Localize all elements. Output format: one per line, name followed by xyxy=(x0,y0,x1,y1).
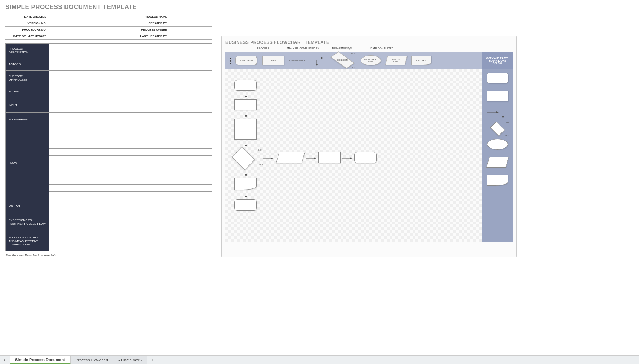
field-value[interactable] xyxy=(49,27,88,33)
section-label: EXCEPTIONS TO ROUTINE PROCESS FLOW xyxy=(6,213,49,231)
flow-step[interactable] xyxy=(49,149,212,156)
flowchart-title: BUSINESS PROCESS FLOWCHART TEMPLATE xyxy=(225,40,513,45)
field-value[interactable] xyxy=(169,33,212,40)
field-value[interactable] xyxy=(49,33,88,40)
arrow-down-icon xyxy=(244,169,247,177)
tab-simple-process[interactable]: Simple Process Document xyxy=(10,356,71,364)
tab-process-flowchart[interactable]: Process Flowchart xyxy=(71,356,113,364)
blank-document-icon[interactable] xyxy=(487,175,508,186)
svg-marker-5 xyxy=(245,96,247,98)
flow-step[interactable] xyxy=(49,141,212,149)
blank-connectors-icon[interactable] xyxy=(487,109,508,119)
section-value[interactable] xyxy=(49,98,212,113)
yes-label: YES xyxy=(504,135,509,137)
column-header: DEPARTMENT(S) xyxy=(323,47,362,50)
flowchart-column-headers: PROCESS ANALYSIS COMPLETED BY DEPARTMENT… xyxy=(225,47,513,50)
canvas-step-shape[interactable] xyxy=(234,99,257,110)
flow-step[interactable] xyxy=(49,134,212,141)
section-label: SCOPE xyxy=(6,85,49,98)
section-label: ACTORS xyxy=(6,58,49,71)
canvas-start-shape[interactable] xyxy=(234,80,257,91)
flow-step[interactable] xyxy=(49,177,212,185)
step-shape: STEP xyxy=(262,56,284,65)
section-value[interactable] xyxy=(49,213,212,231)
arrow-right-icon xyxy=(342,157,352,160)
canvas-step-shape[interactable] xyxy=(318,152,341,163)
blank-start-end-icon[interactable] xyxy=(487,73,508,83)
svg-marker-3 xyxy=(316,64,318,66)
field-value[interactable] xyxy=(169,14,212,20)
canvas-document-shape[interactable] xyxy=(234,178,257,190)
canvas-square-shape[interactable] xyxy=(234,119,257,140)
document-shape: DOCUMENT xyxy=(411,56,431,65)
field-label: LAST UPDATED BY xyxy=(88,33,169,40)
section-label: OUTPUT xyxy=(6,199,49,213)
canvas-end-shape[interactable] xyxy=(234,199,257,211)
section-label: PROCESS DESCRIPTION xyxy=(6,44,49,58)
canvas-decision-shape[interactable] xyxy=(231,146,255,170)
section-value[interactable] xyxy=(49,199,212,213)
field-value[interactable] xyxy=(49,14,88,20)
blank-decision-icon[interactable] xyxy=(490,122,505,136)
sheet-tab-bar: ▸ Simple Process Document Process Flowch… xyxy=(0,355,639,364)
svg-marker-23 xyxy=(502,116,504,118)
field-value[interactable] xyxy=(49,20,88,27)
field-value[interactable] xyxy=(169,27,212,33)
field-label: CREATED BY xyxy=(88,20,169,27)
section-label: POINTS OF CONTROL AND MEASUREMENT CONVEN… xyxy=(6,231,49,251)
canvas-end-shape[interactable] xyxy=(354,152,377,163)
section-value[interactable] xyxy=(49,71,212,85)
tab-disclaimer[interactable]: - Disclaimer - xyxy=(113,356,147,364)
blank-icons-palette: NO YES xyxy=(482,69,513,242)
blank-ellipse-icon[interactable] xyxy=(487,139,508,150)
arrow-down-icon xyxy=(244,111,247,118)
column-header: PROCESS xyxy=(243,47,283,50)
field-label: DATE CREATED xyxy=(5,14,49,20)
document-title: SIMPLE PROCESS DOCUMENT TEMPLATE xyxy=(5,4,212,11)
section-value[interactable] xyxy=(49,58,212,71)
svg-marker-7 xyxy=(245,115,247,118)
column-header: ANALYSIS COMPLETED BY xyxy=(283,47,323,50)
field-label: VERSION NO. xyxy=(5,20,49,27)
field-label: PROCESS OWNER xyxy=(88,27,169,33)
flowchart-canvas[interactable]: NO YES xyxy=(225,69,482,242)
field-label: PROCEDURE NO. xyxy=(5,27,49,33)
yes-label: YES xyxy=(350,66,355,68)
blank-io-icon[interactable] xyxy=(486,157,508,168)
flow-step[interactable] xyxy=(49,163,212,170)
field-value[interactable] xyxy=(169,20,212,27)
flow-step[interactable] xyxy=(49,192,212,199)
copy-paste-label: COPY AND PASTE BLANK ICONS BELOW xyxy=(486,57,508,64)
legend-key-row: KEY START / END STEP CONNECTORS DECISION… xyxy=(225,52,513,69)
header-fields-table: DATE CREATED PROCESS NAME VERSION NO. CR… xyxy=(5,14,212,40)
arrow-down-icon xyxy=(244,140,247,147)
section-value[interactable] xyxy=(49,231,212,251)
no-label: NO xyxy=(258,149,262,151)
section-value[interactable] xyxy=(49,44,212,58)
arrow-down-icon xyxy=(244,91,247,99)
svg-marker-11 xyxy=(245,174,247,177)
svg-marker-13 xyxy=(271,157,273,159)
arrow-down-icon xyxy=(244,191,247,199)
section-value[interactable] xyxy=(49,113,212,127)
blank-step-icon[interactable] xyxy=(487,91,508,101)
input-output-shape: INPUT / OUTPUT xyxy=(385,56,407,65)
tab-scroll-button[interactable]: ▸ xyxy=(0,356,10,364)
footnote: See Process Flowchart on next tab xyxy=(5,254,212,257)
flow-step[interactable] xyxy=(49,127,212,134)
svg-marker-19 xyxy=(245,196,247,198)
section-label: FLOW xyxy=(6,127,49,199)
arrow-right-icon xyxy=(263,157,273,160)
flow-step[interactable] xyxy=(49,156,212,163)
start-end-shape: START / END xyxy=(235,56,257,65)
flow-step[interactable] xyxy=(49,185,212,192)
section-value[interactable] xyxy=(49,85,212,98)
section-label: INPUT xyxy=(6,98,49,113)
arrow-right-icon xyxy=(306,157,316,160)
canvas-io-shape[interactable] xyxy=(276,152,305,163)
add-tab-button[interactable]: + xyxy=(147,356,157,364)
svg-marker-1 xyxy=(321,57,323,59)
connector-arrows-icon xyxy=(310,55,325,66)
column-header: DATE COMPLETED xyxy=(362,47,402,50)
flow-step[interactable] xyxy=(49,170,212,177)
